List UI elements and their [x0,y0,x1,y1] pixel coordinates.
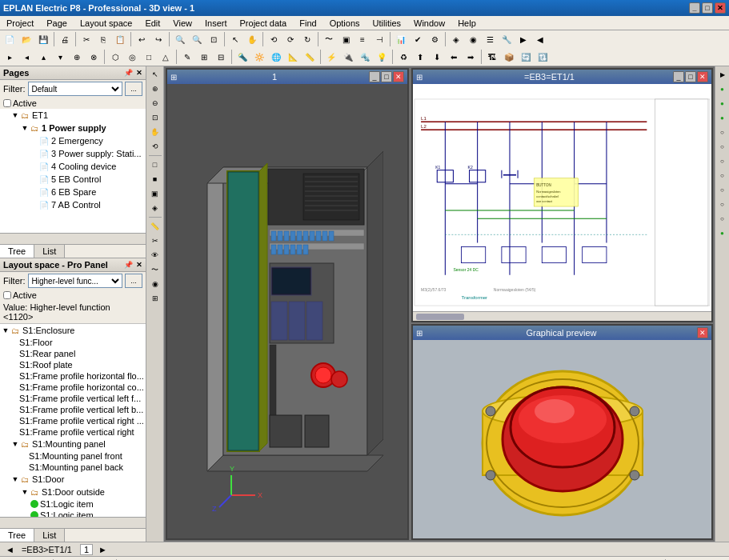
pages-hscroll[interactable] [0,233,146,244]
schematic-minimize[interactable]: _ [673,71,684,82]
pro-tab-list[interactable]: List [34,529,65,542]
tree-item-powersupply[interactable]: 📄 3 Power supply: Stati... [0,147,146,160]
tb2-11[interactable]: ✎ [179,49,195,65]
tb2-23[interactable]: ♻ [395,49,411,65]
tb-generate[interactable]: ⚙ [427,31,443,47]
rs-btn-8[interactable]: ○ [716,169,729,182]
tb-undo[interactable]: ↩ [134,31,150,47]
tb-comp[interactable]: ▣ [338,31,354,47]
rs-btn-1[interactable]: ▶ [716,68,729,81]
tb-2d-view[interactable]: ◉ [465,31,481,47]
expand-et1[interactable]: ▼ [11,111,19,119]
tb2-2[interactable]: ◂ [18,49,34,65]
tree-item-power[interactable]: ▼ 🗂 1 Power supply [0,122,146,134]
tb2-8[interactable]: ◎ [124,49,140,65]
pro-tab-tree[interactable]: Tree [0,529,34,542]
rs-btn-3[interactable]: ● [716,97,729,110]
tb-extra2[interactable]: ◀ [532,31,548,47]
tb2-30[interactable]: 🔄 [518,49,534,65]
tb-rotate-y[interactable]: ⟳ [282,31,298,47]
nav-zoom-in[interactable]: ⊕ [149,82,162,95]
menu-insert[interactable]: Insert [202,18,230,29]
tb-rotate-x[interactable]: ⟲ [266,31,282,47]
tb-term[interactable]: ⊣ [371,31,387,47]
tb-select[interactable]: ↖ [227,31,243,47]
nav-pan[interactable]: ✋ [149,126,162,138]
tb2-27[interactable]: ➡ [463,49,479,65]
tb-paste[interactable]: 📋 [112,31,128,47]
rs-btn-12[interactable]: ● [716,226,729,239]
rs-btn-7[interactable]: ○ [716,154,729,167]
tb2-20[interactable]: 🔌 [340,49,356,65]
tb2-18[interactable]: 📏 [302,49,318,65]
tree-item-cooling[interactable]: 📄 4 Cooling device [0,160,146,173]
pro-pin-icon[interactable]: 📌 [124,261,133,269]
tb-rotate-z[interactable]: ↻ [299,31,315,47]
pages-filter-button[interactable]: ... [125,82,142,96]
maximize-button[interactable]: □ [702,2,713,14]
pages-active-checkbox[interactable] [3,99,11,107]
rs-btn-9[interactable]: ○ [716,183,729,196]
tree-item-rear-panel[interactable]: S1:Rear panel [0,348,146,359]
tree-item-emergency[interactable]: 📄 2 Emergency [0,134,146,147]
tb-zoom-fit[interactable]: ⊡ [206,31,222,47]
tb-prop[interactable]: 🔧 [499,31,515,47]
tb2-3[interactable]: ▴ [35,49,51,65]
tb-redo[interactable]: ↪ [150,31,166,47]
tree-item-frame-v2[interactable]: S1:Frame profile vertical left b... [0,404,146,415]
tb2-12[interactable]: ⊞ [196,49,212,65]
rs-btn-4[interactable]: ● [716,111,729,124]
tb-zoom-in[interactable]: 🔍 [172,31,188,47]
nav-zoom-fit[interactable]: ⊡ [149,111,162,124]
schematic-maximize[interactable]: □ [685,71,696,82]
tb-extra1[interactable]: ▶ [515,31,531,47]
menu-help[interactable]: Help [455,18,479,29]
nav-back[interactable]: ■ [149,173,162,186]
nav-front[interactable]: □ [149,158,162,171]
tree-item-door[interactable]: ▼ 🗂 S1:Door [0,473,146,486]
tree-item-frame-v4[interactable]: S1:Frame profile vertical right [0,426,146,438]
tb2-26[interactable]: ⬅ [446,49,462,65]
tb2-31[interactable]: 🔃 [535,49,551,65]
tree-item-logic1[interactable]: S1:Logic item [0,498,146,510]
pro-active-checkbox[interactable] [3,291,11,299]
pro-filter-select[interactable]: Higher-level func... [28,274,123,288]
tree-item-frame-h1[interactable]: S1:Frame profile horizontal flo... [0,370,146,382]
tb-list[interactable]: ☰ [482,31,498,47]
tb2-28[interactable]: 🏗 [484,49,500,65]
rs-btn-11[interactable]: ○ [716,212,729,225]
menu-options[interactable]: Options [326,18,363,29]
pages-collapse-icon[interactable]: ✕ [136,69,142,77]
expand-power[interactable]: ▼ [21,124,29,132]
rs-btn-10[interactable]: ○ [716,198,729,210]
tb2-15[interactable]: 🔆 [251,49,267,65]
tb-check[interactable]: ✔ [410,31,426,47]
minimize-button[interactable]: _ [689,2,700,14]
tree-item-frame-v3[interactable]: S1:Frame profile vertical right ... [0,415,146,426]
tb2-4[interactable]: ▾ [52,49,68,65]
menu-layout-space[interactable]: Layout space [77,18,135,29]
nav-section[interactable]: ✂ [149,234,162,247]
tb-wire[interactable]: 〜 [321,31,337,47]
pages-filter-select[interactable]: Default [28,82,123,96]
menu-view[interactable]: View [170,18,195,29]
pages-tab-list[interactable]: List [34,245,65,258]
tree-item-et1[interactable]: ▼ 🗂 ET1 [0,109,146,122]
tree-item-mpf[interactable]: S1:Mounting panel front [0,450,146,462]
tb2-7[interactable]: ⬡ [107,49,123,65]
view-3d-close[interactable]: ✕ [393,71,404,82]
tb-cable[interactable]: ≡ [354,31,371,47]
tb-report[interactable]: 📊 [393,31,409,47]
tb2-1[interactable]: ▸ [2,49,18,65]
tb-new[interactable]: 📄 [2,31,18,47]
tb2-25[interactable]: ⬇ [429,49,445,65]
tree-item-mount-panel[interactable]: ▼ 🗂 S1:Mounting panel [0,438,146,450]
menu-project[interactable]: Project [3,18,37,29]
tb2-13[interactable]: ⊟ [213,49,229,65]
tb-zoom-out[interactable]: 🔍 [189,31,205,47]
pro-hscroll[interactable] [0,517,146,528]
tb2-17[interactable]: 📐 [285,49,301,65]
expand-do[interactable]: ▼ [21,488,29,496]
menu-window[interactable]: Window [411,18,448,29]
tb2-10[interactable]: △ [158,49,174,65]
